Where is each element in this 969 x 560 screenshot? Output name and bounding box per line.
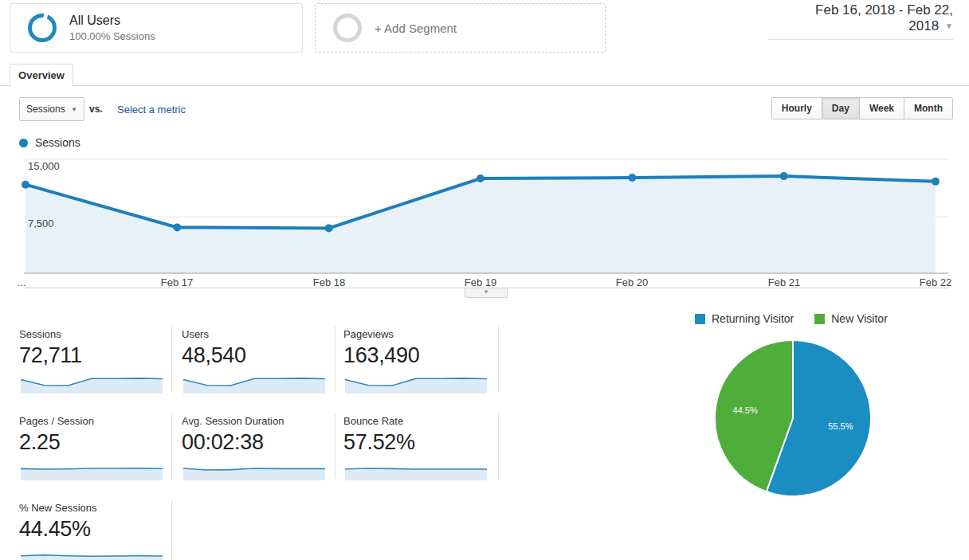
add-segment-label: + Add Segment — [375, 22, 457, 35]
segment-donut-icon — [28, 14, 57, 42]
visitor-type-pie-chart[interactable]: 55.5%44.5% — [701, 333, 885, 500]
divider — [498, 413, 499, 479]
metric-sparkline — [343, 373, 488, 394]
metric-label: Bounce Rate — [343, 415, 493, 427]
metric-sparkline — [19, 460, 164, 480]
divider — [171, 413, 172, 479]
metric-label: Pageviews — [343, 328, 493, 340]
divider — [171, 327, 172, 392]
metric-select-value: Sessions — [26, 104, 65, 115]
add-segment-button[interactable]: + Add Segment — [315, 3, 606, 53]
segment-title: All Users — [69, 13, 155, 29]
visitor-type-legend: Returning Visitor New Visitor — [695, 312, 908, 325]
legend-label: New Visitor — [831, 312, 888, 325]
metric-select-dropdown[interactable]: Sessions ▼ — [19, 97, 84, 121]
granularity-button-group: Hourly Day Week Month — [771, 97, 953, 119]
x-axis-tick: Feb 20 — [616, 276, 648, 288]
chevron-down-icon: ▼ — [483, 289, 489, 296]
metric-card-pageviews[interactable]: Pageviews 163,490 — [343, 328, 493, 394]
legend-item-returning-visitor: Returning Visitor — [695, 312, 794, 325]
vs-label: vs. — [89, 104, 103, 115]
metric-card-sessions[interactable]: Sessions 72,711 — [19, 328, 169, 394]
svg-text:55.5%: 55.5% — [828, 421, 853, 431]
y-axis-tick: 7,500 — [28, 217, 54, 229]
sessions-legend-label: Sessions — [35, 136, 80, 149]
metric-value: 163,490 — [343, 343, 493, 368]
x-axis-tick: Feb 17 — [161, 276, 193, 288]
annotations-expander[interactable]: ▼ — [465, 288, 508, 298]
add-segment-donut-icon — [333, 14, 362, 42]
metric-card-pages-per-session[interactable]: Pages / Session 2.25 — [19, 415, 169, 480]
legend-item-new-visitor: New Visitor — [814, 312, 888, 325]
metric-label: Avg. Session Duration — [182, 415, 332, 427]
metric-label: Users — [182, 328, 332, 340]
sessions-legend-dot-icon — [19, 139, 28, 147]
x-axis-tick: Feb 22 — [920, 276, 951, 288]
x-axis-tick: Feb 18 — [313, 276, 345, 288]
svg-text:44.5%: 44.5% — [733, 405, 758, 415]
x-axis-tick: ... — [18, 276, 26, 288]
chevron-down-icon: ▼ — [71, 106, 77, 113]
metric-sparkline — [19, 546, 164, 560]
metric-sparkline — [343, 460, 488, 480]
sessions-legend: Sessions — [19, 136, 80, 149]
metric-card-users[interactable]: Users 48,540 — [182, 328, 332, 394]
tab-overview[interactable]: Overview — [10, 64, 73, 87]
divider — [171, 500, 172, 560]
metric-card-percent-new-sessions[interactable]: % New Sessions 44.45% — [19, 502, 169, 560]
audience-overview-page: All Users 100.00% Sessions + Add Segment… — [0, 0, 969, 560]
metric-value: 72,711 — [19, 343, 169, 368]
chevron-down-icon: ▼ — [945, 22, 953, 30]
metric-sparkline — [19, 373, 164, 394]
metric-value: 57.52% — [343, 430, 493, 455]
x-axis-tick: Feb 19 — [465, 276, 496, 288]
granularity-month-button[interactable]: Month — [904, 97, 953, 119]
metric-card-avg-session-duration[interactable]: Avg. Session Duration 00:02:38 — [182, 415, 332, 480]
date-range-selector[interactable]: Feb 16, 2018 - Feb 22, 2018▼ — [768, 2, 953, 40]
granularity-hourly-button[interactable]: Hourly — [771, 97, 822, 119]
x-axis-tick: Feb 21 — [768, 276, 800, 288]
metric-value: 2.25 — [19, 430, 169, 455]
metric-value: 44.45% — [19, 517, 169, 542]
returning-visitor-swatch-icon — [695, 314, 705, 324]
metric-sparkline — [182, 460, 327, 480]
tab-divider — [0, 85, 969, 86]
sessions-line-chart[interactable] — [0, 156, 969, 274]
granularity-day-button[interactable]: Day — [822, 97, 860, 119]
metric-label: Sessions — [19, 328, 169, 340]
divider — [335, 327, 335, 392]
y-axis-tick: 15,000 — [28, 160, 60, 172]
divider — [498, 327, 499, 392]
date-range-text: Feb 16, 2018 - Feb 22, 2018 — [815, 2, 953, 33]
metric-value: 48,540 — [182, 343, 332, 368]
divider — [335, 413, 335, 479]
segment-card-all-users[interactable]: All Users 100.00% Sessions — [10, 3, 303, 53]
new-visitor-swatch-icon — [814, 314, 825, 324]
legend-label: Returning Visitor — [712, 312, 794, 325]
metric-label: % New Sessions — [19, 502, 169, 514]
metric-value: 00:02:38 — [182, 430, 332, 455]
select-a-metric-link[interactable]: Select a metric — [117, 104, 186, 116]
metric-label: Pages / Session — [19, 415, 169, 427]
segment-subtitle: 100.00% Sessions — [69, 30, 155, 43]
granularity-week-button[interactable]: Week — [860, 97, 904, 119]
metric-card-bounce-rate[interactable]: Bounce Rate 57.52% — [343, 415, 493, 480]
metric-sparkline — [182, 373, 327, 394]
